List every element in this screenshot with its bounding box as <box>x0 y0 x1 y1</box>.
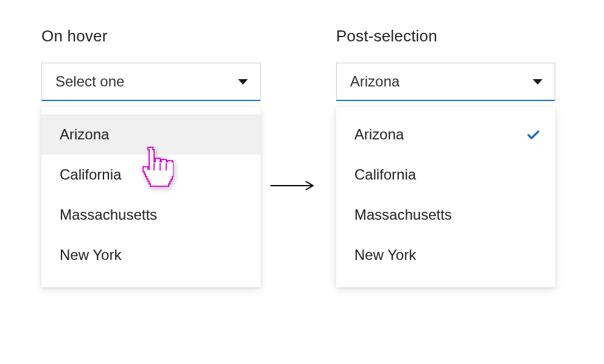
option-label: Arizona <box>60 126 109 143</box>
option-label: New York <box>60 247 121 264</box>
caret-down-icon <box>533 79 543 85</box>
transition-arrow-icon <box>269 180 318 192</box>
dropdown-example-selected: Post-selection Arizona Arizona Californi… <box>336 27 555 287</box>
dropdown-option[interactable]: Massachusetts <box>41 195 261 235</box>
option-label: Massachusetts <box>60 206 157 223</box>
select-trigger-label: Select one <box>55 73 124 90</box>
caret-down-icon <box>238 79 248 85</box>
dropdown-menu: Arizona California Massachusetts New Yor… <box>336 107 555 287</box>
dropdown-example-hover: On hover Select one Arizona California M… <box>41 27 261 287</box>
checkmark-icon <box>526 127 541 142</box>
dropdown-option[interactable]: Massachusetts <box>336 195 555 235</box>
select-trigger-label: Arizona <box>350 73 399 90</box>
option-label: Massachusetts <box>354 206 452 223</box>
dropdown-option[interactable]: California <box>41 155 261 195</box>
example-title: On hover <box>41 27 261 46</box>
option-label: California <box>354 166 416 183</box>
option-label: California <box>60 166 121 183</box>
dropdown-option[interactable]: New York <box>41 235 261 275</box>
dropdown-option[interactable]: Arizona <box>41 114 261 155</box>
dropdown-menu: Arizona California Massachusetts New Yor… <box>41 107 261 287</box>
example-title: Post-selection <box>336 27 555 46</box>
option-label: New York <box>354 247 416 264</box>
option-label: Arizona <box>354 126 404 143</box>
select-trigger[interactable]: Arizona <box>336 63 555 101</box>
dropdown-option[interactable]: Arizona <box>336 114 555 155</box>
dropdown-option[interactable]: New York <box>336 235 555 275</box>
dropdown-option[interactable]: California <box>336 155 555 195</box>
select-trigger[interactable]: Select one <box>41 63 261 101</box>
